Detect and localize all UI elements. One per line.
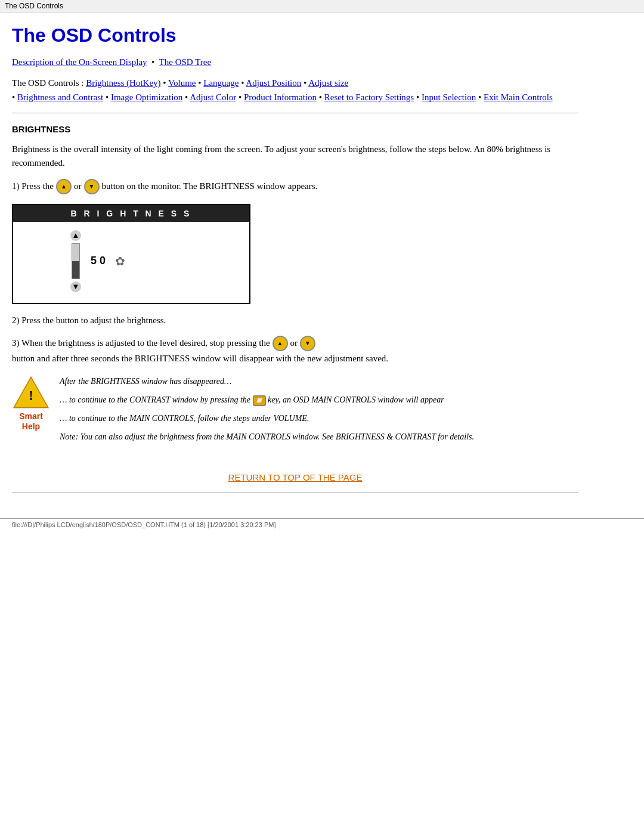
smart-help-para4: Note: You can also adjust the brightness… — [60, 430, 578, 444]
osd-body: ▲ ▼ 5 0 ✿ — [13, 222, 249, 303]
link-exit-main-controls[interactable]: Exit Main Controls — [484, 92, 553, 102]
intro-text: The OSD Controls : — [12, 78, 86, 88]
osd-key-icon: ▣ — [253, 395, 266, 406]
return-link-area: RETURN TO TOP OF THE PAGE — [12, 472, 578, 483]
step3-pre-text: 3) When the brightness is adjusted to th… — [12, 338, 270, 348]
osd-sun-icon: ✿ — [115, 254, 125, 268]
para2-post: key, an OSD MAIN CONTROLS window will ap… — [268, 395, 444, 404]
link-volume[interactable]: Volume — [168, 78, 196, 88]
page-title: The OSD Controls — [12, 24, 578, 47]
smart-help-icon: ! Smart Help — [12, 374, 50, 432]
down-button-icon — [84, 179, 100, 194]
step1-line: 1) Press the or button on the monitor. T… — [12, 179, 578, 194]
smart-help-area: ! Smart Help After the BRIGHTNESS window… — [12, 374, 578, 448]
step1-pre-text: 1) Press the — [12, 181, 54, 191]
smart-help-para1: After the BRIGHTNESS window has disappea… — [60, 374, 578, 388]
step3-mid-text: or — [290, 338, 298, 348]
para2-pre: … to continue to the CONTRAST window by … — [60, 395, 250, 404]
down-button-icon-2 — [300, 336, 315, 351]
link-product-info[interactable]: Product Information — [244, 92, 317, 102]
link-description-osd[interactable]: Description of the On-Screen Display — [12, 57, 147, 67]
smart-help-label: Smart Help — [19, 411, 43, 432]
link-reset-factory[interactable]: Reset to Factory Settings — [324, 92, 414, 102]
footer-bar: file:///D|/Philips LCD/english/180P/OSD/… — [0, 518, 644, 531]
osd-arrow-up: ▲ — [70, 230, 81, 241]
nav-links: Description of the On-Screen Display • T… — [12, 57, 578, 67]
bottom-divider — [12, 493, 578, 493]
browser-title-bar: The OSD Controls — [0, 0, 644, 13]
osd-value: 5 0 — [91, 255, 106, 267]
step1-post-text: button on the monitor. The BRIGHTNESS wi… — [102, 181, 318, 191]
link-adjust-color[interactable]: Adjust Color — [190, 92, 236, 102]
step2-text: 2) Press the button to adjust the bright… — [12, 314, 578, 327]
page-content: The OSD Controls Description of the On-S… — [0, 13, 596, 516]
link-brightness-contrast[interactable]: Brightness and Contrast — [17, 92, 103, 102]
smart-help-text: After the BRIGHTNESS window has disappea… — [60, 374, 578, 448]
link-adjust-size[interactable]: Adjust size — [308, 78, 348, 88]
control-links-line: The OSD Controls : Brightness (HotKey) •… — [12, 76, 578, 104]
up-button-icon-2 — [273, 336, 288, 351]
up-button-icon — [56, 179, 72, 194]
step3-post-text: button and after three seconds the BRIGH… — [12, 354, 388, 364]
brightness-para1: Brightness is the overall intensity of t… — [12, 143, 578, 171]
link-osd-tree[interactable]: The OSD Tree — [159, 57, 212, 67]
osd-display: B R I G H T N E S S ▲ ▼ 5 0 ✿ — [12, 204, 250, 304]
return-to-top-link[interactable]: RETURN TO TOP OF THE PAGE — [228, 472, 363, 482]
osd-slider-track — [72, 243, 80, 279]
link-adjust-position[interactable]: Adjust Position — [246, 78, 301, 88]
link-input-selection[interactable]: Input Selection — [422, 92, 476, 102]
osd-slider: ▲ ▼ — [70, 230, 81, 292]
warning-triangle-svg: ! — [12, 374, 50, 410]
link-language[interactable]: Language — [203, 78, 239, 88]
link-brightness-hotkey[interactable]: Brightness (HotKey) — [86, 78, 160, 88]
step3-line: 3) When the brightness is adjusted to th… — [12, 336, 578, 364]
svg-text:!: ! — [29, 388, 33, 403]
osd-arrow-down: ▼ — [70, 281, 81, 292]
link-image-optimization[interactable]: Image Optimization — [111, 92, 182, 102]
smart-help-para2: … to continue to the CONTRAST window by … — [60, 393, 578, 407]
osd-slider-fill — [72, 261, 79, 278]
osd-title: B R I G H T N E S S — [13, 205, 249, 222]
footer-text: file:///D|/Philips LCD/english/180P/OSD/… — [12, 521, 275, 528]
brightness-heading: BRIGHTNESS — [12, 124, 578, 134]
smart-help-para3: … to continue to the MAIN CONTROLS, foll… — [60, 411, 578, 425]
browser-title-text: The OSD Controls — [5, 2, 63, 10]
step1-mid-text: or — [74, 181, 82, 191]
top-divider — [12, 113, 578, 113]
